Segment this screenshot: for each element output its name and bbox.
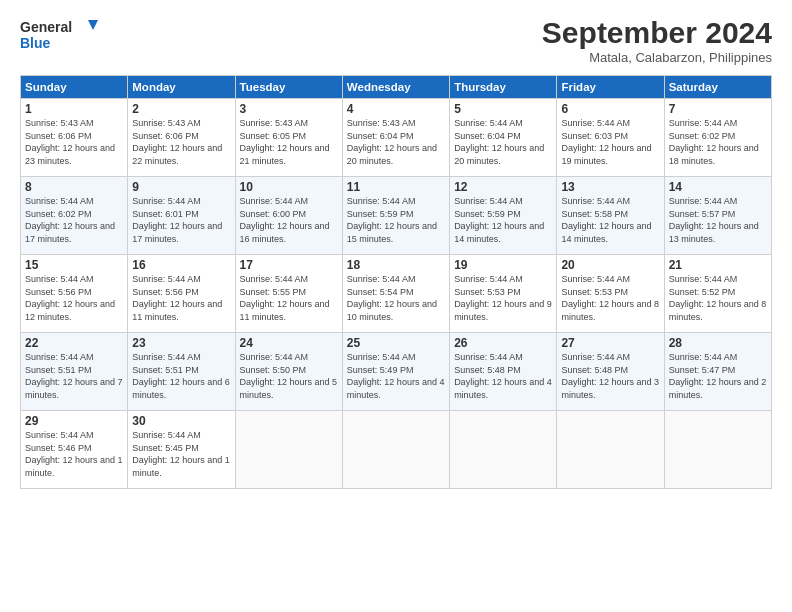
calendar-cell: 15 Sunrise: 5:44 AMSunset: 5:56 PMDaylig… — [21, 255, 128, 333]
day-number: 21 — [669, 258, 767, 272]
day-info: Sunrise: 5:43 AMSunset: 6:06 PMDaylight:… — [25, 118, 115, 166]
day-info: Sunrise: 5:44 AMSunset: 5:48 PMDaylight:… — [561, 352, 659, 400]
day-info: Sunrise: 5:44 AMSunset: 6:02 PMDaylight:… — [25, 196, 115, 244]
calendar-cell: 29 Sunrise: 5:44 AMSunset: 5:46 PMDaylig… — [21, 411, 128, 489]
day-number: 3 — [240, 102, 338, 116]
calendar-cell: 24 Sunrise: 5:44 AMSunset: 5:50 PMDaylig… — [235, 333, 342, 411]
calendar-header-friday: Friday — [557, 76, 664, 99]
month-title: September 2024 — [542, 16, 772, 50]
day-number: 14 — [669, 180, 767, 194]
day-number: 13 — [561, 180, 659, 194]
day-number: 28 — [669, 336, 767, 350]
calendar-cell: 11 Sunrise: 5:44 AMSunset: 5:59 PMDaylig… — [342, 177, 449, 255]
day-info: Sunrise: 5:44 AMSunset: 5:50 PMDaylight:… — [240, 352, 338, 400]
day-info: Sunrise: 5:44 AMSunset: 6:04 PMDaylight:… — [454, 118, 544, 166]
day-number: 15 — [25, 258, 123, 272]
calendar-cell: 30 Sunrise: 5:44 AMSunset: 5:45 PMDaylig… — [128, 411, 235, 489]
calendar-cell: 6 Sunrise: 5:44 AMSunset: 6:03 PMDayligh… — [557, 99, 664, 177]
day-info: Sunrise: 5:44 AMSunset: 5:56 PMDaylight:… — [25, 274, 115, 322]
calendar-cell: 20 Sunrise: 5:44 AMSunset: 5:53 PMDaylig… — [557, 255, 664, 333]
calendar-cell: 12 Sunrise: 5:44 AMSunset: 5:59 PMDaylig… — [450, 177, 557, 255]
day-info: Sunrise: 5:43 AMSunset: 6:04 PMDaylight:… — [347, 118, 437, 166]
day-number: 24 — [240, 336, 338, 350]
svg-text:Blue: Blue — [20, 35, 51, 51]
day-info: Sunrise: 5:44 AMSunset: 5:56 PMDaylight:… — [132, 274, 222, 322]
calendar-header-wednesday: Wednesday — [342, 76, 449, 99]
day-info: Sunrise: 5:44 AMSunset: 5:51 PMDaylight:… — [132, 352, 230, 400]
svg-text:General: General — [20, 19, 72, 35]
calendar-cell: 23 Sunrise: 5:44 AMSunset: 5:51 PMDaylig… — [128, 333, 235, 411]
calendar-cell — [450, 411, 557, 489]
day-info: Sunrise: 5:44 AMSunset: 6:03 PMDaylight:… — [561, 118, 651, 166]
calendar-week-5: 29 Sunrise: 5:44 AMSunset: 5:46 PMDaylig… — [21, 411, 772, 489]
day-number: 8 — [25, 180, 123, 194]
calendar: SundayMondayTuesdayWednesdayThursdayFrid… — [20, 75, 772, 489]
location: Matala, Calabarzon, Philippines — [542, 50, 772, 65]
calendar-cell — [557, 411, 664, 489]
calendar-cell: 21 Sunrise: 5:44 AMSunset: 5:52 PMDaylig… — [664, 255, 771, 333]
calendar-cell: 2 Sunrise: 5:43 AMSunset: 6:06 PMDayligh… — [128, 99, 235, 177]
calendar-cell: 28 Sunrise: 5:44 AMSunset: 5:47 PMDaylig… — [664, 333, 771, 411]
day-number: 18 — [347, 258, 445, 272]
page: General Blue September 2024 Matala, Cala… — [0, 0, 792, 612]
calendar-cell: 18 Sunrise: 5:44 AMSunset: 5:54 PMDaylig… — [342, 255, 449, 333]
day-info: Sunrise: 5:44 AMSunset: 5:48 PMDaylight:… — [454, 352, 552, 400]
day-number: 2 — [132, 102, 230, 116]
day-number: 1 — [25, 102, 123, 116]
calendar-week-1: 1 Sunrise: 5:43 AMSunset: 6:06 PMDayligh… — [21, 99, 772, 177]
calendar-cell: 1 Sunrise: 5:43 AMSunset: 6:06 PMDayligh… — [21, 99, 128, 177]
day-info: Sunrise: 5:43 AMSunset: 6:06 PMDaylight:… — [132, 118, 222, 166]
day-number: 19 — [454, 258, 552, 272]
day-number: 30 — [132, 414, 230, 428]
day-number: 9 — [132, 180, 230, 194]
calendar-cell: 8 Sunrise: 5:44 AMSunset: 6:02 PMDayligh… — [21, 177, 128, 255]
day-number: 7 — [669, 102, 767, 116]
day-number: 4 — [347, 102, 445, 116]
logo: General Blue — [20, 16, 100, 54]
day-number: 29 — [25, 414, 123, 428]
calendar-cell — [235, 411, 342, 489]
day-info: Sunrise: 5:44 AMSunset: 5:55 PMDaylight:… — [240, 274, 330, 322]
calendar-header-thursday: Thursday — [450, 76, 557, 99]
day-info: Sunrise: 5:44 AMSunset: 5:52 PMDaylight:… — [669, 274, 767, 322]
day-number: 12 — [454, 180, 552, 194]
calendar-cell: 22 Sunrise: 5:44 AMSunset: 5:51 PMDaylig… — [21, 333, 128, 411]
day-number: 5 — [454, 102, 552, 116]
calendar-week-3: 15 Sunrise: 5:44 AMSunset: 5:56 PMDaylig… — [21, 255, 772, 333]
calendar-cell — [342, 411, 449, 489]
day-info: Sunrise: 5:44 AMSunset: 6:02 PMDaylight:… — [669, 118, 759, 166]
day-info: Sunrise: 5:44 AMSunset: 5:51 PMDaylight:… — [25, 352, 123, 400]
svg-marker-2 — [88, 20, 98, 30]
calendar-header-row: SundayMondayTuesdayWednesdayThursdayFrid… — [21, 76, 772, 99]
day-number: 23 — [132, 336, 230, 350]
calendar-cell: 16 Sunrise: 5:44 AMSunset: 5:56 PMDaylig… — [128, 255, 235, 333]
day-number: 22 — [25, 336, 123, 350]
day-number: 16 — [132, 258, 230, 272]
day-number: 17 — [240, 258, 338, 272]
day-info: Sunrise: 5:44 AMSunset: 5:53 PMDaylight:… — [561, 274, 659, 322]
day-info: Sunrise: 5:44 AMSunset: 5:47 PMDaylight:… — [669, 352, 767, 400]
day-info: Sunrise: 5:44 AMSunset: 5:53 PMDaylight:… — [454, 274, 552, 322]
calendar-cell — [664, 411, 771, 489]
day-info: Sunrise: 5:44 AMSunset: 5:45 PMDaylight:… — [132, 430, 230, 478]
day-info: Sunrise: 5:44 AMSunset: 5:57 PMDaylight:… — [669, 196, 759, 244]
calendar-cell: 26 Sunrise: 5:44 AMSunset: 5:48 PMDaylig… — [450, 333, 557, 411]
logo-icon: General Blue — [20, 16, 100, 54]
day-info: Sunrise: 5:44 AMSunset: 5:49 PMDaylight:… — [347, 352, 445, 400]
calendar-header-sunday: Sunday — [21, 76, 128, 99]
day-info: Sunrise: 5:44 AMSunset: 6:00 PMDaylight:… — [240, 196, 330, 244]
day-info: Sunrise: 5:43 AMSunset: 6:05 PMDaylight:… — [240, 118, 330, 166]
day-number: 6 — [561, 102, 659, 116]
calendar-cell: 17 Sunrise: 5:44 AMSunset: 5:55 PMDaylig… — [235, 255, 342, 333]
calendar-cell: 27 Sunrise: 5:44 AMSunset: 5:48 PMDaylig… — [557, 333, 664, 411]
calendar-cell: 5 Sunrise: 5:44 AMSunset: 6:04 PMDayligh… — [450, 99, 557, 177]
day-info: Sunrise: 5:44 AMSunset: 5:54 PMDaylight:… — [347, 274, 437, 322]
calendar-cell: 19 Sunrise: 5:44 AMSunset: 5:53 PMDaylig… — [450, 255, 557, 333]
calendar-cell: 10 Sunrise: 5:44 AMSunset: 6:00 PMDaylig… — [235, 177, 342, 255]
calendar-cell: 9 Sunrise: 5:44 AMSunset: 6:01 PMDayligh… — [128, 177, 235, 255]
day-number: 20 — [561, 258, 659, 272]
day-info: Sunrise: 5:44 AMSunset: 5:59 PMDaylight:… — [454, 196, 544, 244]
calendar-cell: 13 Sunrise: 5:44 AMSunset: 5:58 PMDaylig… — [557, 177, 664, 255]
calendar-header-saturday: Saturday — [664, 76, 771, 99]
calendar-cell: 3 Sunrise: 5:43 AMSunset: 6:05 PMDayligh… — [235, 99, 342, 177]
